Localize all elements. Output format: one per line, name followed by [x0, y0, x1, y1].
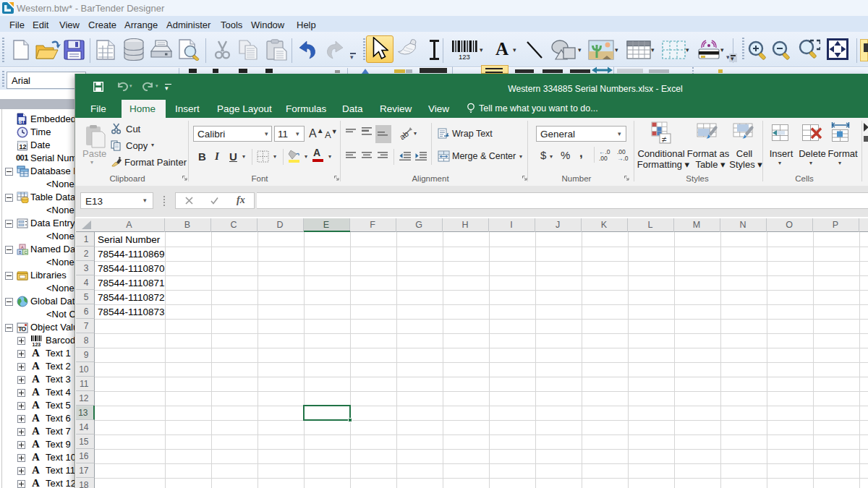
- svg-text:12: 12: [20, 143, 27, 150]
- svg-text:B: B: [19, 250, 22, 254]
- svg-text:≠: ≠: [662, 134, 667, 145]
- svg-text:123: 123: [33, 342, 41, 347]
- svg-text:123: 123: [459, 53, 470, 60]
- svg-text:C: C: [25, 250, 27, 254]
- svg-text:TO: TO: [18, 325, 26, 333]
- svg-text:A: A: [21, 245, 24, 249]
- svg-text:BT: BT: [19, 119, 25, 124]
